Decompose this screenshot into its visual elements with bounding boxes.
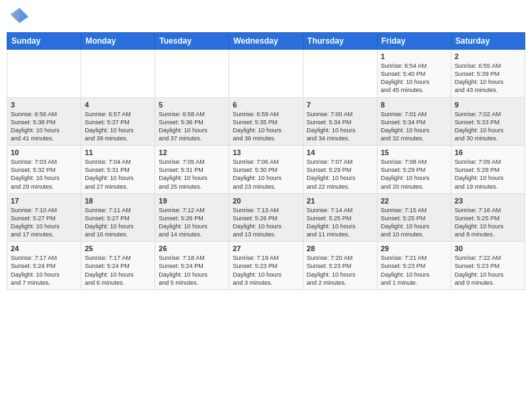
day-of-week-header: Tuesday [155,33,229,50]
logo-icon [9,7,30,27]
calendar-day-cell: 13Sunrise: 7:06 AM Sunset: 5:30 PM Dayli… [229,146,303,194]
day-number: 25 [85,244,151,253]
calendar-day-cell [229,50,303,98]
calendar-day-cell: 22Sunrise: 7:15 AM Sunset: 5:25 PM Dayli… [377,193,451,242]
day-number: 18 [85,197,151,205]
calendar-day-cell: 10Sunrise: 7:03 AM Sunset: 5:32 PM Dayli… [7,146,81,194]
calendar-day-cell: 16Sunrise: 7:09 AM Sunset: 5:28 PM Dayli… [451,146,525,194]
calendar-day-cell [81,50,155,98]
calendar-day-cell: 19Sunrise: 7:12 AM Sunset: 5:26 PM Dayli… [155,193,229,242]
calendar-day-cell: 17Sunrise: 7:10 AM Sunset: 5:27 PM Dayli… [7,193,81,242]
day-number: 15 [381,148,447,156]
day-info: Sunrise: 7:07 AM Sunset: 5:29 PM Dayligh… [307,158,373,191]
day-info: Sunrise: 6:55 AM Sunset: 5:39 PM Dayligh… [455,62,521,95]
calendar-day-cell: 14Sunrise: 7:07 AM Sunset: 5:29 PM Dayli… [303,146,377,194]
day-info: Sunrise: 7:09 AM Sunset: 5:28 PM Dayligh… [455,158,521,191]
day-info: Sunrise: 7:15 AM Sunset: 5:25 PM Dayligh… [381,206,447,239]
day-info: Sunrise: 7:11 AM Sunset: 5:27 PM Dayligh… [85,206,151,239]
calendar-day-cell: 26Sunrise: 7:18 AM Sunset: 5:24 PM Dayli… [155,242,229,290]
day-info: Sunrise: 7:17 AM Sunset: 5:24 PM Dayligh… [85,254,151,287]
calendar-day-cell: 23Sunrise: 7:16 AM Sunset: 5:25 PM Dayli… [451,193,525,242]
day-info: Sunrise: 6:57 AM Sunset: 5:37 PM Dayligh… [85,110,151,143]
calendar-day-cell: 15Sunrise: 7:08 AM Sunset: 5:29 PM Dayli… [377,146,451,194]
calendar-week-row: 10Sunrise: 7:03 AM Sunset: 5:32 PM Dayli… [7,146,525,194]
calendar-day-cell: 4Sunrise: 6:57 AM Sunset: 5:37 PM Daylig… [81,97,155,146]
day-number: 13 [232,148,299,156]
day-number: 7 [307,101,373,109]
day-info: Sunrise: 7:08 AM Sunset: 5:29 PM Dayligh… [381,158,447,191]
day-number: 14 [307,148,373,156]
day-info: Sunrise: 7:22 AM Sunset: 5:23 PM Dayligh… [455,254,521,287]
day-number: 3 [11,101,77,109]
calendar-day-cell: 30Sunrise: 7:22 AM Sunset: 5:23 PM Dayli… [451,242,525,290]
calendar-day-cell: 27Sunrise: 7:19 AM Sunset: 5:23 PM Dayli… [229,242,303,290]
calendar-day-cell: 21Sunrise: 7:14 AM Sunset: 5:25 PM Dayli… [303,193,377,242]
day-info: Sunrise: 7:17 AM Sunset: 5:24 PM Dayligh… [11,254,77,287]
calendar-week-row: 3Sunrise: 6:56 AM Sunset: 5:38 PM Daylig… [7,97,525,146]
day-info: Sunrise: 7:06 AM Sunset: 5:30 PM Dayligh… [232,158,299,191]
calendar-day-cell: 29Sunrise: 7:21 AM Sunset: 5:23 PM Dayli… [377,242,451,290]
day-number: 4 [85,101,151,109]
calendar-day-cell: 25Sunrise: 7:17 AM Sunset: 5:24 PM Dayli… [81,242,155,290]
calendar-day-cell: 1Sunrise: 6:54 AM Sunset: 5:40 PM Daylig… [377,50,451,98]
day-info: Sunrise: 7:02 AM Sunset: 5:33 PM Dayligh… [455,110,521,143]
calendar-day-cell [7,50,81,98]
day-info: Sunrise: 6:54 AM Sunset: 5:40 PM Dayligh… [381,62,447,95]
day-info: Sunrise: 7:00 AM Sunset: 5:34 PM Dayligh… [307,110,373,143]
day-info: Sunrise: 6:58 AM Sunset: 5:36 PM Dayligh… [159,110,225,143]
calendar-day-cell: 7Sunrise: 7:00 AM Sunset: 5:34 PM Daylig… [303,97,377,146]
day-info: Sunrise: 7:12 AM Sunset: 5:26 PM Dayligh… [159,206,225,239]
day-info: Sunrise: 7:13 AM Sunset: 5:26 PM Dayligh… [232,206,299,239]
calendar-day-cell: 9Sunrise: 7:02 AM Sunset: 5:33 PM Daylig… [451,97,525,146]
day-of-week-header: Friday [377,33,451,50]
day-number: 16 [455,148,521,156]
day-number: 24 [11,244,77,253]
day-info: Sunrise: 7:19 AM Sunset: 5:23 PM Dayligh… [232,254,299,287]
day-number: 27 [232,244,299,253]
calendar-day-cell: 18Sunrise: 7:11 AM Sunset: 5:27 PM Dayli… [81,193,155,242]
calendar-day-cell [155,50,229,98]
day-number: 22 [381,197,447,205]
day-info: Sunrise: 6:59 AM Sunset: 5:35 PM Dayligh… [232,110,299,143]
calendar-day-cell: 6Sunrise: 6:59 AM Sunset: 5:35 PM Daylig… [229,97,303,146]
day-number: 12 [159,148,225,156]
calendar-day-cell: 8Sunrise: 7:01 AM Sunset: 5:34 PM Daylig… [377,97,451,146]
calendar-day-cell: 2Sunrise: 6:55 AM Sunset: 5:39 PM Daylig… [451,50,525,98]
day-info: Sunrise: 7:03 AM Sunset: 5:32 PM Dayligh… [11,158,77,191]
day-info: Sunrise: 7:20 AM Sunset: 5:23 PM Dayligh… [307,254,373,287]
day-number: 8 [381,101,447,109]
day-info: Sunrise: 7:16 AM Sunset: 5:25 PM Dayligh… [455,206,521,239]
logo [9,7,31,27]
day-number: 23 [455,197,521,205]
day-info: Sunrise: 7:14 AM Sunset: 5:25 PM Dayligh… [307,206,373,239]
day-number: 28 [307,244,373,253]
day-number: 9 [455,101,521,109]
calendar-week-row: 24Sunrise: 7:17 AM Sunset: 5:24 PM Dayli… [7,242,525,290]
day-number: 6 [232,101,299,109]
calendar-day-cell: 11Sunrise: 7:04 AM Sunset: 5:31 PM Dayli… [81,146,155,194]
day-of-week-header: Wednesday [229,33,303,50]
calendar-day-cell: 28Sunrise: 7:20 AM Sunset: 5:23 PM Dayli… [303,242,377,290]
day-of-week-header: Sunday [7,33,81,50]
day-number: 29 [381,244,447,253]
day-number: 5 [159,101,225,109]
day-number: 2 [455,52,521,60]
day-number: 1 [381,52,447,60]
calendar-header-row: SundayMondayTuesdayWednesdayThursdayFrid… [7,33,525,50]
calendar-table: SundayMondayTuesdayWednesdayThursdayFrid… [7,32,525,290]
day-number: 21 [307,197,373,205]
day-info: Sunrise: 7:01 AM Sunset: 5:34 PM Dayligh… [381,110,447,143]
day-of-week-header: Monday [81,33,155,50]
day-info: Sunrise: 7:05 AM Sunset: 5:31 PM Dayligh… [159,158,225,191]
page-header [7,7,525,27]
calendar-week-row: 17Sunrise: 7:10 AM Sunset: 5:27 PM Dayli… [7,193,525,242]
day-number: 17 [11,197,77,205]
calendar-day-cell [303,50,377,98]
svg-marker-1 [19,8,29,24]
day-number: 30 [455,244,521,253]
day-info: Sunrise: 7:10 AM Sunset: 5:27 PM Dayligh… [11,206,77,239]
day-number: 26 [159,244,225,253]
day-number: 10 [11,148,77,156]
day-info: Sunrise: 7:04 AM Sunset: 5:31 PM Dayligh… [85,158,151,191]
day-number: 11 [85,148,151,156]
